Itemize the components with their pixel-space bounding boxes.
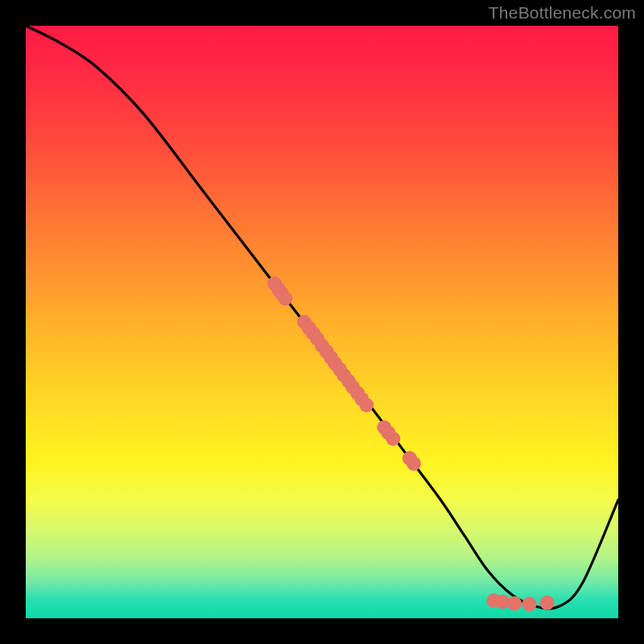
scatter-dot — [540, 596, 555, 610]
chart-stage: TheBottleneck.com — [0, 0, 644, 644]
scatter-dot — [359, 398, 374, 412]
watermark-text: TheBottleneck.com — [489, 3, 636, 23]
curve-line — [26, 26, 618, 609]
scatter-dot — [507, 597, 522, 611]
plot-area — [26, 26, 618, 618]
scatter-dots — [267, 276, 555, 611]
chart-svg — [26, 26, 618, 618]
scatter-dot — [522, 597, 537, 611]
scatter-dot — [407, 456, 421, 471]
scatter-dot — [386, 431, 400, 446]
scatter-dot — [278, 291, 292, 306]
